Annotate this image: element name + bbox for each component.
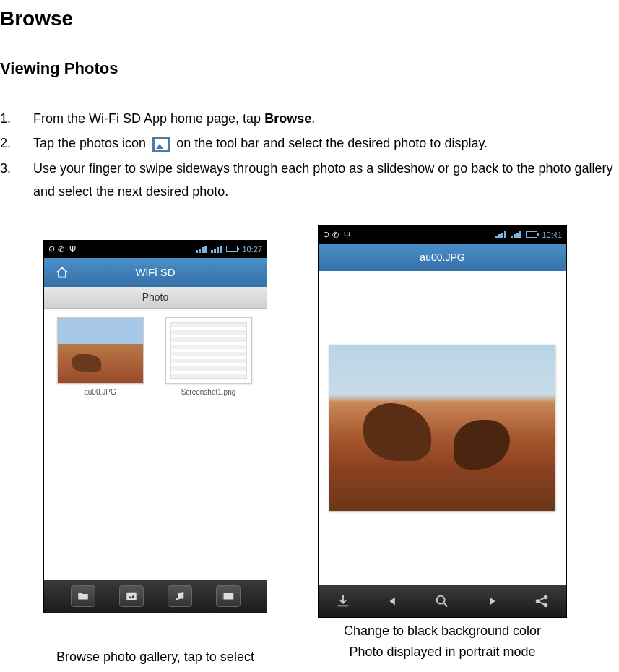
download-icon[interactable] (325, 593, 361, 609)
music-icon[interactable] (168, 585, 192, 607)
svg-point-9 (544, 603, 547, 606)
sub-header: Photo (44, 287, 267, 309)
usb-icon: Ψ (344, 231, 350, 239)
viewer-header: au00.JPG (319, 244, 566, 271)
instruction-1: 1. From the Wi-Fi SD App home page, tap … (0, 107, 619, 130)
screenshots-row: ⊙ ✆ Ψ 10:27 WiFi SD Photo (0, 240, 619, 665)
gallery-body: au00.JPG Screenshot1.png (44, 309, 267, 580)
status-time: 10:27 (242, 245, 262, 254)
status-bar: ⊙ ✆ Ψ 10:41 (319, 226, 566, 244)
svg-point-2 (181, 596, 183, 598)
photo-icon[interactable] (119, 585, 144, 607)
photo-thumb[interactable]: Screenshot1.png (163, 317, 254, 571)
battery-icon (226, 246, 238, 252)
displayed-photo (329, 345, 555, 511)
thumb-image (57, 317, 144, 384)
signal-icon (511, 231, 521, 238)
app-header: WiFi SD (44, 258, 267, 287)
bottom-toolbar (44, 580, 267, 613)
thumb-image (165, 317, 252, 384)
viewer-screen: ⊙ ✆ Ψ 10:41 au00.JPG (318, 225, 567, 618)
svg-rect-0 (126, 592, 137, 600)
folder-icon[interactable] (71, 585, 95, 607)
photos-icon (152, 137, 170, 152)
instruction-2: 2. Tap the photos icon on the tool bar a… (0, 132, 619, 155)
search-icon[interactable] (424, 593, 460, 609)
wifi-icon (196, 246, 207, 253)
next-icon[interactable] (474, 593, 510, 609)
video-icon[interactable] (216, 585, 241, 607)
item-number: 3. (0, 157, 33, 204)
thumb-label: au00.JPG (84, 388, 116, 396)
right-caption: Photo displayed in portrait mode (349, 645, 535, 660)
photo-thumb[interactable]: au00.JPG (55, 317, 145, 571)
svg-rect-5 (233, 593, 234, 599)
left-caption: Browse photo gallery, tap to select (56, 650, 254, 665)
item-text: From the Wi-Fi SD App home page, tap Bro… (33, 107, 619, 130)
prev-icon[interactable] (375, 593, 411, 609)
viewer-title: au00.JPG (420, 251, 464, 263)
share-icon[interactable] (524, 593, 560, 609)
home-button[interactable] (51, 263, 73, 282)
left-screenshot-col: ⊙ ✆ Ψ 10:27 WiFi SD Photo (43, 240, 267, 665)
status-bar: ⊙ ✆ Ψ 10:27 (44, 241, 267, 258)
status-time: 10:41 (542, 231, 562, 239)
voicemail-icon: ⊙ (48, 244, 55, 254)
svg-point-6 (437, 595, 445, 603)
viewer-toolbar (319, 585, 566, 617)
phone-icon: ✆ (58, 245, 66, 254)
phone-icon: ✆ (332, 231, 341, 239)
item-text: Tap the photos icon on the tool bar and … (33, 132, 619, 155)
item-number: 1. (0, 107, 33, 130)
viewer-body[interactable] (319, 271, 566, 585)
section-title: Viewing Photos (0, 59, 619, 78)
header-title: WiFi SD (136, 266, 176, 278)
right-screenshot-col: ⊙ ✆ Ψ 10:41 au00.JPG (318, 225, 567, 665)
item-text: Use your finger to swipe sideways throug… (33, 157, 619, 204)
right-caption-extra: Change to black background color (344, 624, 541, 639)
svg-point-8 (544, 595, 547, 598)
svg-point-7 (536, 600, 539, 603)
svg-rect-3 (224, 593, 233, 599)
gallery-screen: ⊙ ✆ Ψ 10:27 WiFi SD Photo (43, 240, 267, 613)
thumb-label: Screenshot1.png (181, 388, 236, 396)
svg-point-1 (176, 598, 178, 600)
battery-icon (526, 231, 537, 238)
instruction-3: 3. Use your finger to swipe sideways thr… (0, 157, 619, 204)
page-title: Browse (0, 7, 619, 30)
signal-icon (211, 246, 222, 253)
usb-icon: Ψ (69, 245, 76, 254)
item-number: 2. (0, 132, 33, 155)
voicemail-icon: ⊙ (323, 230, 329, 239)
wifi-icon (495, 231, 506, 238)
instructions-list: 1. From the Wi-Fi SD App home page, tap … (0, 107, 619, 204)
svg-rect-4 (222, 593, 224, 599)
